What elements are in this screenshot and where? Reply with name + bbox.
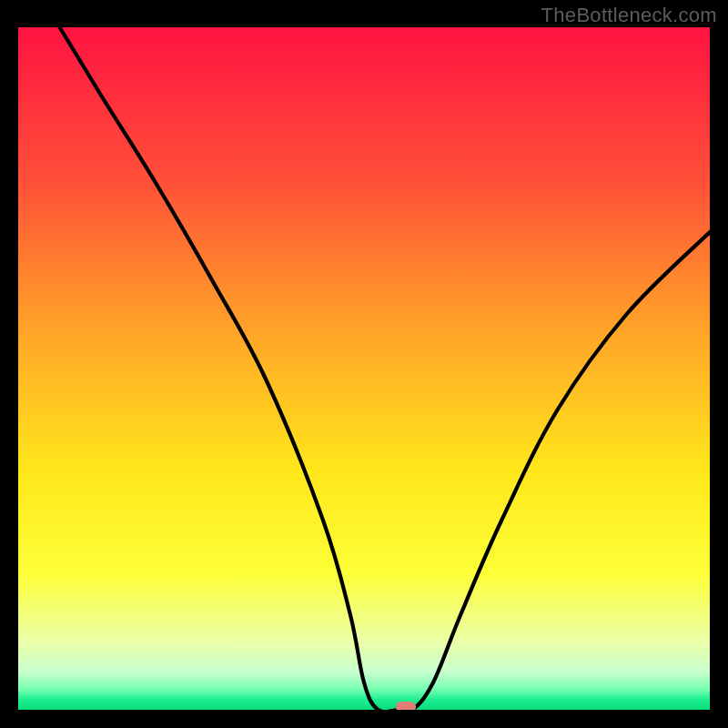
- watermark-text: TheBottleneck.com: [541, 4, 717, 27]
- bottleneck-curve: [18, 27, 710, 710]
- optimal-point-marker: [396, 702, 416, 710]
- plot-area: [18, 27, 710, 710]
- chart-frame: TheBottleneck.com: [0, 0, 728, 728]
